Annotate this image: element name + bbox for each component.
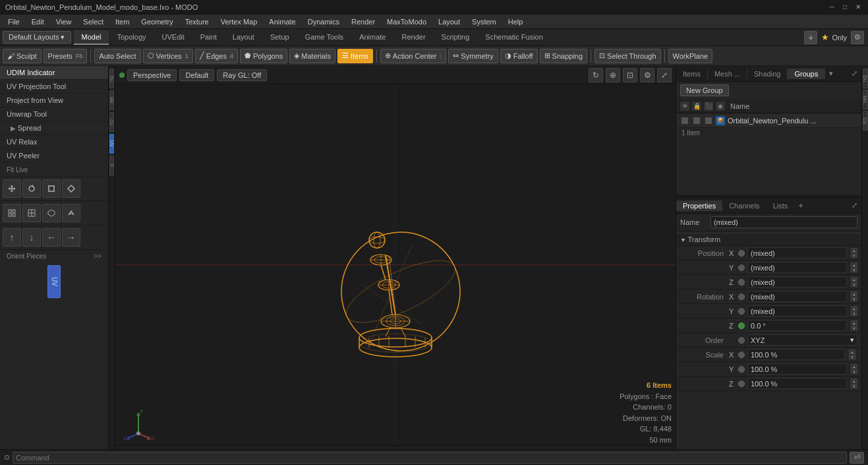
position-z-up[interactable]: ▲: [851, 277, 857, 282]
scale-x-dot[interactable]: [738, 352, 745, 358]
items-button[interactable]: ☰ Items: [337, 49, 373, 63]
scale-z-up[interactable]: ▲: [851, 379, 857, 383]
viewport-rotate-icon[interactable]: ↻: [589, 68, 603, 82]
edge-du[interactable]: Du: [109, 69, 114, 88]
scale-y-down[interactable]: ▼: [851, 369, 857, 374]
menu-dynamics[interactable]: Dynamics: [303, 16, 345, 27]
snapping-button[interactable]: ⊞ Snapping: [540, 49, 588, 63]
tab-model[interactable]: Model: [74, 30, 109, 45]
tool-grid[interactable]: [3, 204, 21, 222]
position-z-input[interactable]: [747, 276, 847, 288]
viewport-expand-icon[interactable]: ⤢: [657, 68, 672, 82]
falloff-button[interactable]: ◑ Falloff: [500, 49, 538, 63]
position-z-down[interactable]: ▼: [851, 282, 857, 287]
sculpt-button[interactable]: 🖌 Sculpt: [3, 49, 42, 63]
right-panel-expand[interactable]: ⤢: [848, 68, 861, 79]
tab-setup[interactable]: Setup: [262, 30, 297, 45]
menu-file[interactable]: File: [3, 16, 25, 27]
rotation-z-up[interactable]: ▲: [851, 321, 857, 325]
position-x-dot[interactable]: [738, 250, 745, 257]
edge-uv[interactable]: UV: [109, 134, 114, 154]
arrow-left[interactable]: ←: [42, 228, 61, 247]
tool-surface[interactable]: [62, 204, 80, 222]
auto-select-button[interactable]: Auto Select: [94, 49, 140, 63]
rotation-x-up[interactable]: ▲: [851, 292, 857, 296]
tab-groups[interactable]: Groups: [788, 69, 825, 79]
tab-schematic[interactable]: Schematic Fusion: [477, 30, 550, 45]
position-x-down[interactable]: ▼: [851, 253, 857, 258]
rotation-y-up[interactable]: ▲: [851, 306, 857, 311]
tab-items[interactable]: Items: [676, 69, 708, 79]
position-y-down[interactable]: ▼: [851, 268, 857, 272]
tab-scripting[interactable]: Scripting: [434, 30, 478, 45]
position-y-dot[interactable]: [738, 264, 745, 271]
menu-edit[interactable]: Edit: [26, 16, 49, 27]
workplane-button[interactable]: WorkPlane: [668, 49, 713, 63]
tool-move[interactable]: [3, 179, 21, 198]
raygl-button[interactable]: Ray GL: Off: [217, 69, 267, 81]
add-tab-button[interactable]: +: [804, 31, 817, 44]
menu-help[interactable]: Help: [503, 16, 529, 27]
tab-uvedit[interactable]: UVEdit: [154, 30, 192, 45]
settings-button[interactable]: ⚙: [851, 31, 864, 44]
rotation-z-down[interactable]: ▼: [851, 326, 857, 330]
tab-layout[interactable]: Layout: [225, 30, 262, 45]
scale-x-input[interactable]: [747, 349, 845, 360]
scale-z-dot[interactable]: [738, 381, 745, 387]
menu-system[interactable]: System: [467, 16, 502, 27]
tab-lists[interactable]: Lists: [767, 201, 795, 211]
edge-f[interactable]: F: [109, 156, 114, 175]
left-item-uvprojection[interactable]: UV Projection Tool: [0, 80, 108, 94]
arrow-right[interactable]: →: [62, 228, 80, 247]
edge-me[interactable]: Me: [109, 90, 114, 110]
left-item-fitlive[interactable]: Fit Live: [0, 163, 108, 177]
add-tab-button[interactable]: +: [794, 199, 807, 212]
position-x-input[interactable]: [747, 247, 847, 259]
tool-rotate[interactable]: [22, 179, 41, 198]
left-item-uvpeeler[interactable]: UV Peeler: [0, 149, 108, 163]
left-item-uvrelax[interactable]: UV Relax: [0, 135, 108, 149]
rotation-x-dot[interactable]: [738, 294, 745, 300]
close-button[interactable]: ✕: [854, 3, 863, 12]
tab-animate[interactable]: Animate: [351, 30, 393, 45]
menu-texture[interactable]: Texture: [180, 16, 214, 27]
menu-animate[interactable]: Animate: [264, 16, 301, 27]
menu-vertexmap[interactable]: Vertex Map: [216, 16, 263, 27]
tool-transform[interactable]: [62, 179, 80, 198]
left-item-unwraptool[interactable]: Unwrap Tool: [0, 108, 108, 121]
menu-layout[interactable]: Layout: [433, 16, 465, 27]
tab-more-button[interactable]: ▾: [825, 68, 837, 79]
uv-button[interactable]: UV: [47, 265, 61, 298]
rotation-z-input[interactable]: [747, 320, 847, 331]
rotation-y-dot[interactable]: [738, 308, 745, 315]
position-y-up[interactable]: ▲: [851, 263, 857, 267]
position-x-up[interactable]: ▲: [851, 248, 857, 253]
presets-button[interactable]: Presets F6: [43, 49, 88, 63]
minimize-button[interactable]: ─: [827, 3, 836, 12]
viewport[interactable]: Perspective Default Ray GL: Off ↻ ⊕ ⊡ ⚙ …: [115, 66, 676, 465]
scale-y-dot[interactable]: [738, 366, 745, 373]
viewport-fit-icon[interactable]: ⊡: [623, 68, 637, 82]
symmetry-button[interactable]: ⇔ Symmetry: [448, 49, 498, 63]
perspective-button[interactable]: Perspective: [127, 69, 177, 81]
tab-paint[interactable]: Paint: [192, 30, 225, 45]
right-edge-btn1[interactable]: Du: [863, 69, 868, 88]
viewport-zoom-icon[interactable]: ⊕: [606, 68, 620, 82]
menu-maxtomodo[interactable]: MaxToModo: [382, 16, 432, 27]
left-item-projectfromview[interactable]: Project from View: [0, 94, 108, 108]
vertices-button[interactable]: ⬡ Vertices 1: [143, 49, 193, 63]
menu-item[interactable]: Item: [110, 16, 134, 27]
left-item-udim[interactable]: UDIM Indicator: [0, 66, 108, 80]
position-y-input[interactable]: [747, 262, 847, 273]
tab-properties[interactable]: Properties: [676, 201, 722, 211]
rotation-y-down[interactable]: ▼: [851, 311, 857, 316]
right-edge-btn2[interactable]: Me: [863, 90, 868, 109]
tool-scale[interactable]: [42, 179, 61, 198]
viewport-settings-icon[interactable]: ⚙: [640, 68, 654, 82]
position-z-dot[interactable]: [738, 279, 745, 286]
scale-y-input[interactable]: [747, 363, 847, 375]
tab-render[interactable]: Render: [393, 30, 433, 45]
command-input[interactable]: [13, 452, 847, 464]
tool-uv[interactable]: [42, 204, 61, 222]
default-shading-button[interactable]: Default: [179, 69, 214, 81]
